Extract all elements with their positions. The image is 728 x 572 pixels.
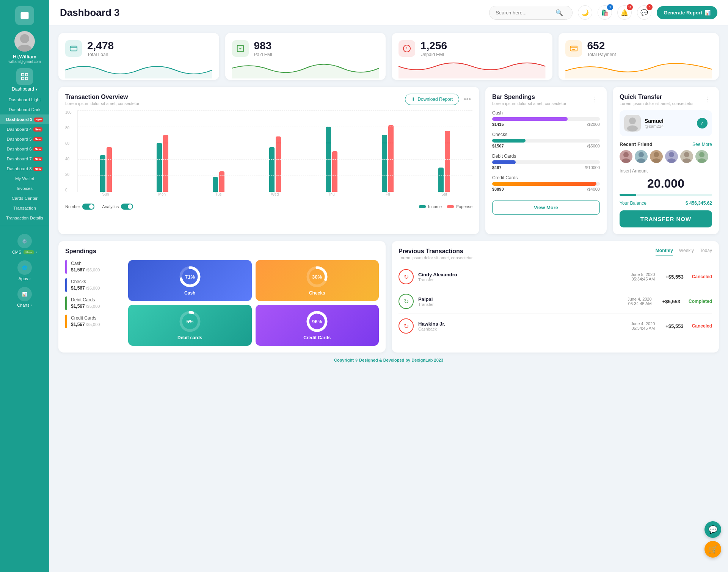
quick-transfer-header: Quick Transfer Lorem ipsum dolor sit ame…: [620, 94, 712, 106]
cms-badge: New: [24, 250, 33, 254]
chart-area: [77, 110, 472, 192]
tab-today[interactable]: Today: [700, 248, 712, 255]
bar-group-sun: [78, 110, 134, 192]
bar-wed-coral: [276, 136, 281, 192]
friend-avatar-2[interactable]: [635, 150, 648, 163]
sidebar-item-transaction-details[interactable]: Transaction Details: [0, 213, 49, 223]
generate-report-button[interactable]: Generate Report 📊: [657, 6, 717, 19]
sidebar-item-cards-center[interactable]: Cards Center: [0, 193, 49, 203]
quick-transfer-title: Quick Transfer: [620, 94, 694, 100]
chevron-right-icon: ›: [30, 277, 31, 281]
total-payment-label: Total Payment: [587, 52, 616, 57]
transaction-overview-header: Transaction Overview Lorem ipsum dolor s…: [65, 94, 472, 106]
tx-status-paipal: Completed: [689, 299, 712, 304]
total-loan-icon: [65, 40, 82, 57]
svg-point-11: [627, 125, 638, 132]
svg-point-15: [637, 158, 645, 163]
bar-fri-teal: [382, 135, 387, 192]
badge-new: New: [33, 127, 42, 132]
bell-button[interactable]: 🔔 12: [617, 5, 632, 20]
float-support-button[interactable]: 💬: [704, 521, 721, 538]
sidebar-item-cms[interactable]: ⚙️ CMS New ›: [0, 231, 49, 257]
stat-card-total-payment: 652 Total Payment: [559, 33, 719, 80]
bar-spendings-title: Bar Spendings: [492, 94, 566, 100]
friend-avatar-6[interactable]: [695, 150, 708, 163]
sidebar-dashboard-label[interactable]: Dashboard ▾: [12, 86, 38, 92]
float-cart-button[interactable]: 🛒: [704, 541, 721, 558]
search-bar[interactable]: 🔍: [489, 6, 573, 20]
unpaid-emi-label: Unpaid EMI: [420, 52, 447, 57]
chevron-down-icon: ▾: [36, 87, 38, 91]
sidebar-item-dashboard-light[interactable]: Dashboard Light: [0, 95, 49, 105]
sidebar-dashboard-icon: [16, 68, 33, 85]
sidebar-item-apps[interactable]: 🌐 Apps ›: [0, 257, 49, 284]
bar-spendings-more-icon[interactable]: ⋮: [590, 94, 600, 105]
sidebar-item-transaction[interactable]: Transaction: [0, 203, 49, 213]
tx-icon-paipal: ↻: [399, 294, 414, 309]
badge-new: New: [33, 137, 42, 141]
svg-point-21: [682, 158, 691, 163]
friend-avatar-1[interactable]: [620, 150, 632, 163]
transaction-item-hawkins: ↻ Hawkins Jr. Cashback June 4, 2020 05:3…: [399, 314, 712, 338]
sidebar-item-dashboard-dark[interactable]: Dashboard Dark: [0, 105, 49, 114]
message-button[interactable]: 💬 5: [637, 5, 651, 20]
tab-weekly[interactable]: Weekly: [679, 248, 694, 255]
bar-spendings-card: Bar Spendings Lorem ipsum dolor sit amet…: [485, 87, 607, 234]
sidebar-item-dashboard-8[interactable]: Dashboard 8 New: [0, 164, 49, 174]
spending-bar-checks: Checks $1567 /$5000: [492, 132, 600, 148]
analytics-toggle-pill[interactable]: [121, 204, 133, 210]
search-input[interactable]: [496, 10, 552, 16]
cms-label: CMS: [12, 250, 21, 254]
more-options-icon[interactable]: •••: [462, 94, 472, 105]
transfer-progress-bar[interactable]: [620, 194, 712, 196]
transfer-now-button[interactable]: TRANSFER NOW: [620, 210, 712, 227]
tx-type-paipal: Transfer: [418, 302, 434, 307]
sidebar: Hi,William william@gmail.com Dashboard ▾…: [0, 0, 49, 572]
number-toggle-pill[interactable]: [82, 204, 94, 210]
bar-sat-coral: [445, 131, 450, 192]
balance-value: $ 456,345.62: [686, 201, 712, 206]
friend-avatar-4[interactable]: [665, 150, 678, 163]
friend-avatar-5[interactable]: [680, 150, 693, 163]
cart-button[interactable]: 🛍️ 2: [598, 5, 612, 20]
download-report-button[interactable]: ⬇ Download Report: [405, 94, 459, 105]
sidebar-item-dashboard-3[interactable]: Dashboard 3 New: [0, 114, 49, 124]
tx-type-cindy: Transfer: [418, 277, 457, 282]
bar-mon-coral: [163, 135, 168, 192]
bar-mon-teal: [157, 143, 162, 192]
quick-transfer-more-icon[interactable]: ⋮: [702, 94, 712, 105]
sidebar-item-dashboard-6[interactable]: Dashboard 6 New: [0, 144, 49, 154]
theme-toggle-button[interactable]: 🌙: [578, 5, 592, 20]
tx-amount-paipal: +$5,553: [662, 299, 680, 304]
sidebar-item-invoices[interactable]: Invoices: [0, 183, 49, 193]
cart-badge: 2: [607, 4, 613, 10]
income-legend: Income: [419, 204, 442, 209]
chart-legend: Number Analytics Income: [65, 204, 472, 210]
friend-avatar-3[interactable]: [650, 150, 663, 163]
sidebar-item-charts[interactable]: 📊 Charts ›: [0, 284, 49, 310]
bar-sun-coral: [107, 147, 112, 192]
sidebar-item-my-wallet[interactable]: My Wallet: [0, 174, 49, 183]
tab-monthly[interactable]: Monthly: [656, 248, 673, 255]
quick-transfer-card: Quick Transfer Lorem ipsum dolor sit ame…: [613, 87, 719, 234]
expense-dot: [447, 205, 454, 208]
sidebar-nav: Dashboard Light Dashboard Dark Dashboard…: [0, 95, 49, 223]
check-circle-icon[interactable]: ✓: [697, 118, 708, 129]
svg-text:96%: 96%: [312, 319, 322, 324]
insert-amount-label: Insert Amount: [620, 168, 712, 174]
svg-text:5%: 5%: [186, 319, 193, 324]
sidebar-username: Hi,William: [13, 54, 36, 60]
svg-point-17: [652, 158, 661, 163]
see-more-link[interactable]: See More: [692, 142, 712, 147]
sidebar-item-dashboard-5[interactable]: Dashboard 5 New: [0, 134, 49, 144]
moon-icon: 🌙: [581, 9, 589, 16]
search-icon: 🔍: [555, 9, 563, 16]
view-more-button[interactable]: View More: [492, 201, 600, 215]
number-label: Number: [65, 204, 80, 209]
sidebar-item-dashboard-7[interactable]: Dashboard 7 New: [0, 154, 49, 164]
bell-badge: 12: [627, 4, 633, 10]
spending-item-cash: Cash $1,567 /$5,000: [65, 260, 122, 274]
globe-icon: 🌐: [17, 260, 32, 275]
sidebar-item-dashboard-4[interactable]: Dashboard 4 New: [0, 124, 49, 134]
tx-icon-hawkins: ↻: [399, 318, 414, 334]
